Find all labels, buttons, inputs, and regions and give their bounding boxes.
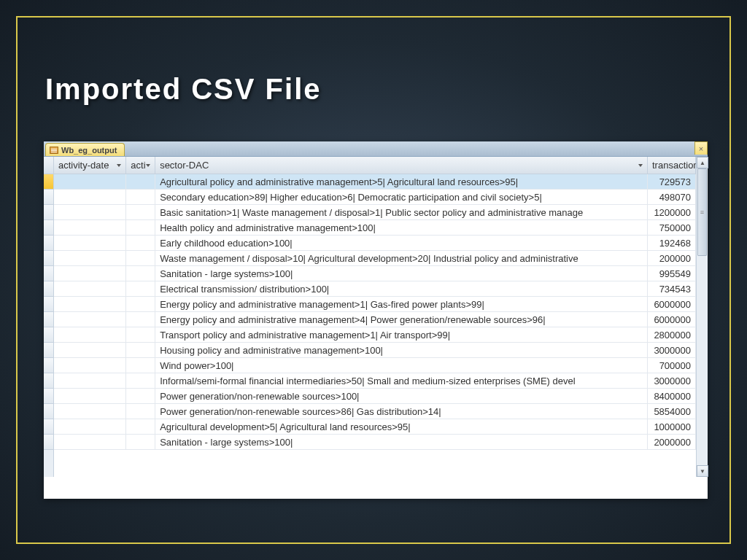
table-row[interactable]: Energy policy and administrative managem… bbox=[54, 297, 696, 312]
row-selector[interactable] bbox=[44, 389, 53, 404]
cell-transaction[interactable]: 750000 bbox=[648, 220, 696, 235]
cell-acti[interactable] bbox=[126, 190, 155, 204]
cell-activity-date[interactable] bbox=[54, 220, 126, 235]
cell-acti[interactable] bbox=[126, 281, 155, 296]
cell-acti[interactable] bbox=[126, 174, 155, 189]
table-row[interactable]: Waste management / disposal>10| Agricult… bbox=[54, 251, 696, 266]
row-selector[interactable] bbox=[44, 281, 53, 297]
cell-activity-date[interactable] bbox=[54, 404, 126, 419]
row-selector[interactable] bbox=[44, 373, 53, 389]
cell-transaction[interactable]: 8400000 bbox=[648, 389, 696, 403]
cell-sector-dac[interactable]: Informal/semi-formal financial intermedi… bbox=[155, 373, 648, 388]
cell-sector-dac[interactable]: Sanitation - large systems>100| bbox=[155, 266, 648, 281]
cell-activity-date[interactable] bbox=[54, 281, 126, 296]
select-all-box[interactable] bbox=[44, 157, 53, 174]
column-header-activity-date[interactable]: activity-date bbox=[54, 157, 126, 174]
cell-transaction[interactable]: 200000 bbox=[648, 251, 696, 265]
row-selector[interactable] bbox=[44, 343, 53, 358]
cell-transaction[interactable]: 734543 bbox=[648, 281, 696, 296]
cell-transaction[interactable]: 3000000 bbox=[648, 373, 696, 388]
cell-acti[interactable] bbox=[126, 404, 155, 419]
row-selector[interactable] bbox=[44, 220, 53, 236]
cell-activity-date[interactable] bbox=[54, 297, 126, 311]
tab-wb-eg-output[interactable]: Wb_eg_output bbox=[45, 143, 125, 156]
cell-transaction[interactable]: 2800000 bbox=[648, 327, 696, 342]
row-selector[interactable] bbox=[44, 435, 53, 450]
cell-acti[interactable] bbox=[126, 435, 155, 449]
row-selector[interactable] bbox=[44, 358, 53, 373]
table-row[interactable]: Health policy and administrative managem… bbox=[54, 220, 696, 236]
scrollbar-thumb[interactable] bbox=[697, 168, 707, 256]
table-row[interactable]: Sanitation - large systems>100|995549 bbox=[54, 266, 696, 281]
table-row[interactable]: Agricultural policy and administrative m… bbox=[54, 174, 696, 190]
table-row[interactable]: Basic sanitation>1| Waste management / d… bbox=[54, 205, 696, 220]
cell-activity-date[interactable] bbox=[54, 251, 126, 265]
table-row[interactable]: Electrical transmission/ distribution>10… bbox=[54, 281, 696, 297]
cell-transaction[interactable]: 2000000 bbox=[648, 435, 696, 449]
table-row[interactable]: Power generation/non-renewable sources>8… bbox=[54, 404, 696, 419]
cell-acti[interactable] bbox=[126, 419, 155, 434]
cell-acti[interactable] bbox=[126, 266, 155, 281]
cell-activity-date[interactable] bbox=[54, 312, 126, 327]
table-row[interactable]: Secondary education>89| Higher education… bbox=[54, 190, 696, 205]
cell-activity-date[interactable] bbox=[54, 205, 126, 219]
cell-sector-dac[interactable]: Agricultural policy and administrative m… bbox=[155, 174, 648, 189]
cell-sector-dac[interactable]: Power generation/non-renewable sources>8… bbox=[155, 404, 648, 419]
cell-transaction[interactable]: 6000000 bbox=[648, 297, 696, 311]
cell-activity-date[interactable] bbox=[54, 266, 126, 281]
table-row[interactable]: Transport policy and administrative mana… bbox=[54, 327, 696, 343]
column-header-transaction[interactable]: transaction- bbox=[648, 157, 696, 174]
cell-sector-dac[interactable]: Energy policy and administrative managem… bbox=[155, 312, 648, 327]
cell-activity-date[interactable] bbox=[54, 435, 126, 449]
cell-transaction[interactable]: 700000 bbox=[648, 358, 696, 373]
cell-activity-date[interactable] bbox=[54, 236, 126, 250]
row-selector[interactable] bbox=[44, 404, 53, 419]
cell-sector-dac[interactable]: Secondary education>89| Higher education… bbox=[155, 190, 648, 204]
table-row[interactable]: Housing policy and administrative manage… bbox=[54, 343, 696, 358]
cell-transaction[interactable]: 1200000 bbox=[648, 205, 696, 219]
cell-acti[interactable] bbox=[126, 312, 155, 327]
cell-activity-date[interactable] bbox=[54, 327, 126, 342]
row-selector[interactable] bbox=[44, 266, 53, 281]
table-row[interactable]: Sanitation - large systems>100|2000000 bbox=[54, 435, 696, 450]
cell-sector-dac[interactable]: Waste management / disposal>10| Agricult… bbox=[155, 251, 648, 265]
cell-transaction[interactable]: 498070 bbox=[648, 190, 696, 204]
row-selector[interactable] bbox=[44, 205, 53, 220]
cell-sector-dac[interactable]: Housing policy and administrative manage… bbox=[155, 343, 648, 357]
cell-transaction[interactable]: 3000000 bbox=[648, 343, 696, 357]
row-selector[interactable] bbox=[44, 312, 53, 327]
vertical-scrollbar[interactable]: ▲ ▼ bbox=[696, 157, 708, 477]
cell-sector-dac[interactable]: Wind power>100| bbox=[155, 358, 648, 373]
cell-transaction[interactable]: 6000000 bbox=[648, 312, 696, 327]
row-selector[interactable] bbox=[44, 236, 53, 251]
table-row[interactable]: Informal/semi-formal financial intermedi… bbox=[54, 373, 696, 389]
cell-activity-date[interactable] bbox=[54, 373, 126, 388]
cell-acti[interactable] bbox=[126, 327, 155, 342]
cell-activity-date[interactable] bbox=[54, 343, 126, 357]
cell-sector-dac[interactable]: Early childhood education>100| bbox=[155, 236, 648, 250]
cell-sector-dac[interactable]: Agricultural development>5| Agricultural… bbox=[155, 419, 648, 434]
cell-activity-date[interactable] bbox=[54, 190, 126, 204]
row-selector[interactable] bbox=[44, 251, 53, 266]
column-header-sector-dac[interactable]: sector-DAC bbox=[155, 157, 648, 174]
cell-sector-dac[interactable]: Transport policy and administrative mana… bbox=[155, 327, 648, 342]
close-button[interactable]: × bbox=[694, 141, 708, 155]
table-row[interactable]: Power generation/non-renewable sources>1… bbox=[54, 389, 696, 404]
table-row[interactable]: Early childhood education>100|192468 bbox=[54, 236, 696, 251]
table-row[interactable]: Agricultural development>5| Agricultural… bbox=[54, 419, 696, 435]
cell-sector-dac[interactable]: Power generation/non-renewable sources>1… bbox=[155, 389, 648, 403]
cell-acti[interactable] bbox=[126, 251, 155, 265]
cell-acti[interactable] bbox=[126, 373, 155, 388]
cell-activity-date[interactable] bbox=[54, 174, 126, 189]
cell-activity-date[interactable] bbox=[54, 358, 126, 373]
cell-transaction[interactable]: 1000000 bbox=[648, 419, 696, 434]
cell-acti[interactable] bbox=[126, 358, 155, 373]
cell-sector-dac[interactable]: Health policy and administrative managem… bbox=[155, 220, 648, 235]
cell-sector-dac[interactable]: Electrical transmission/ distribution>10… bbox=[155, 281, 648, 296]
scroll-up-button[interactable]: ▲ bbox=[697, 157, 708, 168]
scroll-down-button[interactable]: ▼ bbox=[697, 465, 708, 477]
cell-transaction[interactable]: 729573 bbox=[648, 174, 696, 189]
row-selector[interactable] bbox=[44, 190, 53, 205]
cell-acti[interactable] bbox=[126, 220, 155, 235]
cell-acti[interactable] bbox=[126, 343, 155, 357]
